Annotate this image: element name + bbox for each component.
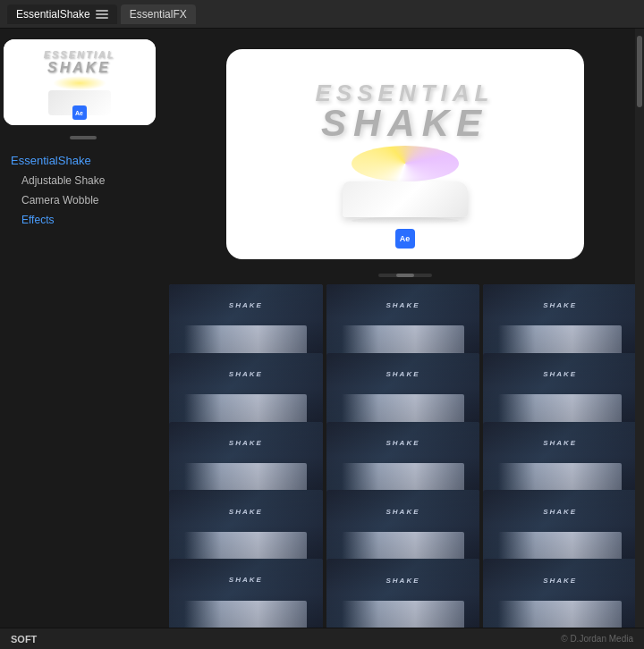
nav-tree: EssentialShake Adjustable Shake Camera W… <box>0 147 165 649</box>
sidebar-preview-glow <box>53 76 106 90</box>
big-preview: ESSENTIAL SHAKE Ae <box>165 29 644 270</box>
car-reflection <box>352 217 459 224</box>
big-preview-car <box>334 173 477 226</box>
nav-child-adjustable-shake[interactable]: Adjustable Shake <box>0 171 165 190</box>
nav-parent-essentialshake[interactable]: EssentialShake <box>0 150 165 171</box>
nav-child-effects[interactable]: Effects <box>0 210 165 230</box>
thumbnails-grid[interactable]: SHAKE SHAKE SHAKE SHAKE SHAKE <box>165 281 644 649</box>
sidebar-scrollbar-thumb <box>70 136 97 139</box>
right-scrollbar[interactable] <box>635 29 644 628</box>
main-layout: ESSENTIAL SHAKE Ae EssentialShake Adjust… <box>0 29 644 649</box>
sidebar-preview-card: ESSENTIAL SHAKE Ae <box>4 39 156 125</box>
big-preview-ae-badge: Ae <box>395 229 415 249</box>
h-scrollbar-track <box>378 274 432 277</box>
sidebar-preview-title-essential: ESSENTIAL <box>44 49 115 60</box>
nav-child-camera-wobble[interactable]: Camera Wobble <box>0 190 165 210</box>
tab-essentialfx[interactable]: EssentialFX <box>121 4 196 24</box>
big-preview-card: ESSENTIAL SHAKE Ae <box>226 49 584 259</box>
status-right: © D.Jordan Media <box>561 634 633 644</box>
car-body <box>343 181 468 217</box>
sidebar: ESSENTIAL SHAKE Ae EssentialShake Adjust… <box>0 29 165 649</box>
sidebar-preview-content: ESSENTIAL SHAKE Ae <box>4 39 156 125</box>
tab-essentialshake[interactable]: EssentialShake <box>7 4 117 24</box>
sidebar-h-scrollbar[interactable] <box>0 136 165 139</box>
tab-bar: EssentialShake EssentialFX <box>0 0 644 29</box>
content-area: ESSENTIAL SHAKE Ae SHAKE <box>165 29 644 649</box>
sidebar-preview-title-shake: SHAKE <box>47 60 111 76</box>
h-scrollbar-thumb <box>396 274 414 277</box>
content-h-scrollbar[interactable] <box>165 270 644 281</box>
big-preview-shake: SHAKE <box>321 105 488 142</box>
status-bar: SOFT © D.Jordan Media <box>0 628 644 649</box>
sidebar-preview-container: ESSENTIAL SHAKE Ae <box>0 29 165 136</box>
right-scrollbar-thumb <box>637 36 642 107</box>
sidebar-preview-ae-badge: Ae <box>72 105 87 120</box>
menu-icon <box>96 10 108 19</box>
status-left: SOFT <box>11 634 37 645</box>
tab-essentialfx-label: EssentialFX <box>130 8 187 21</box>
tab-essentialshake-label: EssentialShake <box>16 8 90 21</box>
